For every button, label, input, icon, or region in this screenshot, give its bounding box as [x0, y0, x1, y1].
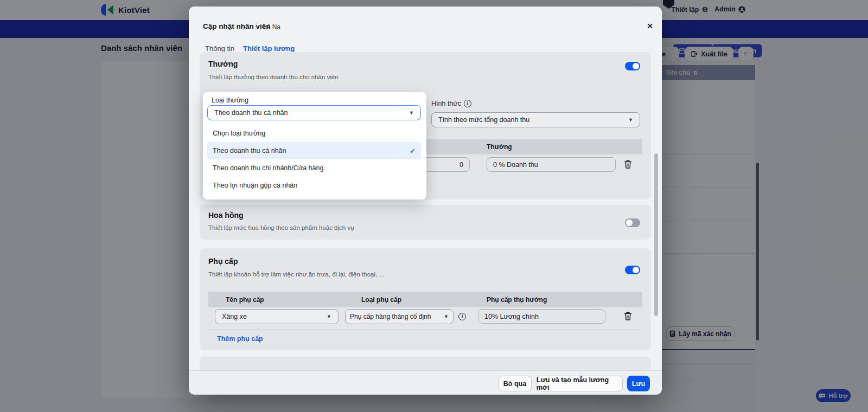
- option-label: Chọn loại thưởng: [213, 130, 265, 137]
- info-icon[interactable]: i: [458, 313, 466, 320]
- row-divider: [208, 330, 642, 330]
- method-select-value: Tính theo mức tổng doanh thu: [438, 116, 529, 124]
- modal-title: Cập nhật nhân viên: [203, 22, 271, 30]
- allowance-table-header: Tên phụ cấp Loại phụ cấp Phụ cấp thụ hưở…: [208, 292, 642, 307]
- commission-card: Hoa hồng Thiết lập mức hoa hồng theo sản…: [200, 205, 651, 240]
- bonus-type-value: Theo doanh thu cá nhân: [214, 109, 288, 117]
- commission-title: Hoa hồng: [208, 211, 244, 220]
- commission-desc: Thiết lập mức hoa hồng theo sản phẩm hoặ…: [208, 224, 354, 231]
- method-select[interactable]: Tính theo mức tổng doanh thu ▼: [431, 112, 640, 127]
- allowance-toggle[interactable]: [625, 266, 640, 274]
- allowance-type-value: Phụ cấp hàng tháng cố định: [350, 313, 431, 320]
- option-label: Theo doanh thu chi nhánh/Cửa hàng: [213, 164, 323, 172]
- option-personal-revenue[interactable]: Theo doanh thu cá nhân ✓: [207, 142, 421, 159]
- allowance-desc: Thiết lập khoản hỗ trợ làm việc như ăn t…: [208, 271, 384, 278]
- bonus-toggle[interactable]: [625, 62, 640, 70]
- bonus-desc: Thiết lập thưởng theo doanh thu cho nhân…: [208, 74, 339, 80]
- toggle-knob: [633, 267, 639, 273]
- option-placeholder[interactable]: Chọn loại thưởng: [207, 125, 421, 142]
- add-allowance-link[interactable]: Thêm phụ cấp: [217, 335, 263, 343]
- screen: KiotViet Thiết lập ⚙ Admin Tổng quan Hàn…: [0, 0, 868, 412]
- info-icon[interactable]: i: [464, 100, 471, 107]
- option-label: Theo lợi nhuận gộp cá nhân: [213, 182, 297, 189]
- option-label: Theo doanh thu cá nhân: [213, 147, 286, 154]
- allowance-type-select[interactable]: Phụ cấp hàng tháng cố định ▼: [345, 309, 454, 324]
- close-icon[interactable]: ✕: [644, 21, 655, 31]
- allowance-title: Phụ cấp: [208, 257, 238, 266]
- save-template-button[interactable]: Lưu và tạo mẫu lương mới: [536, 376, 623, 391]
- caret-down-icon: ▼: [409, 110, 414, 115]
- save-button[interactable]: Lưu: [627, 376, 650, 391]
- allowance-col-type: Loại phụ cấp: [361, 296, 401, 304]
- toggle-knob: [633, 63, 639, 69]
- allowance-col-name: Tên phụ cấp: [226, 296, 264, 304]
- option-branch-revenue[interactable]: Theo doanh thu chi nhánh/Cửa hàng: [207, 159, 421, 177]
- caret-down-icon: ▼: [327, 314, 331, 319]
- allowance-col-value: Phụ cấp thụ hưởng: [487, 296, 547, 304]
- cancel-button[interactable]: Bỏ qua: [498, 376, 532, 391]
- check-icon: ✓: [410, 147, 416, 155]
- method-label-row: Hình thức i: [431, 100, 471, 107]
- caret-down-icon: ▼: [628, 117, 633, 123]
- next-section-card: [200, 357, 651, 370]
- title-divider: |: [255, 21, 257, 30]
- toggle-knob: [626, 220, 633, 226]
- allowance-card: Phụ cấp Thiết lập khoản hỗ trợ làm việc …: [200, 248, 651, 350]
- option-gross-profit[interactable]: Theo lợi nhuận gộp cá nhân: [207, 177, 421, 194]
- employee-name: Lê Na: [263, 23, 280, 31]
- allowance-name-value: Xăng xe: [222, 313, 247, 320]
- trash-icon[interactable]: [624, 160, 632, 169]
- bonus-column-header: Thưởng: [487, 143, 512, 151]
- bonus-title: Thưởng: [208, 60, 238, 68]
- allowance-name-select[interactable]: Xăng xe ▼: [215, 309, 339, 324]
- bonus-value-input[interactable]: [487, 157, 616, 172]
- caret-down-icon: ▼: [444, 314, 449, 319]
- modal-scrollbar[interactable]: [654, 153, 658, 316]
- bonus-type-label: Loại thưởng: [212, 96, 248, 104]
- trash-icon[interactable]: [624, 312, 632, 320]
- bonus-type-dropdown: Loại thưởng Theo doanh thu cá nhân ▼ Chọ…: [203, 92, 426, 199]
- bonus-type-select[interactable]: Theo doanh thu cá nhân ▼: [207, 105, 421, 120]
- allowance-value-input[interactable]: [478, 309, 605, 324]
- method-label: Hình thức: [431, 100, 461, 107]
- update-employee-modal: Cập nhật nhân viên | Lê Na ✕ Thông tin T…: [189, 7, 662, 394]
- commission-toggle[interactable]: [625, 218, 640, 227]
